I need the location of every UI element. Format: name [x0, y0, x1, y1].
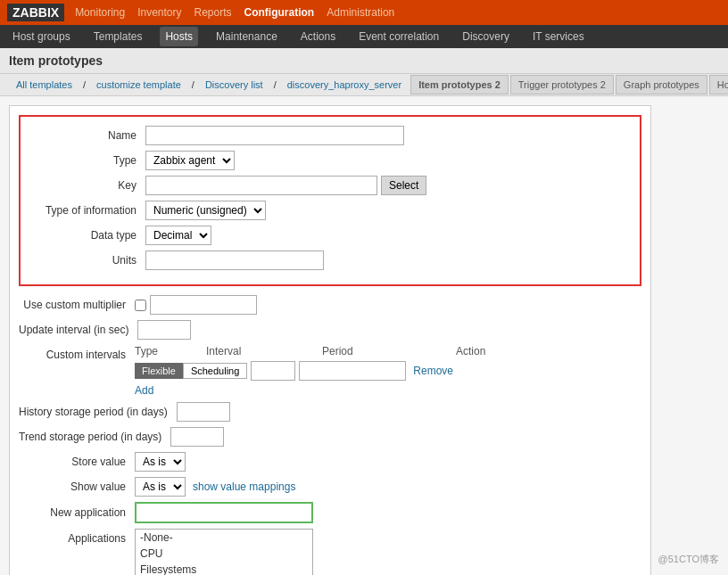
breadcrumb-customize-template[interactable]: customize template — [89, 74, 188, 95]
show-value-row: Show value As is show value mappings — [19, 477, 641, 497]
nav-hosts[interactable]: Hosts — [160, 27, 198, 46]
custom-intervals-field: Type Interval Period Action Flexible Sch… — [135, 345, 641, 397]
custom-multiplier-input[interactable]: 1 — [150, 295, 257, 315]
remove-link[interactable]: Remove — [413, 365, 453, 377]
new-application-label: New application — [19, 506, 135, 519]
nav-host-groups[interactable]: Host groups — [7, 27, 76, 46]
new-application-field — [135, 502, 641, 523]
type-of-info-select[interactable]: Numeric (unsigned) — [145, 201, 266, 220]
app-item-filesystems[interactable]: Filesystems — [136, 562, 312, 575]
type-row: Type Zabbix agent — [29, 151, 631, 170]
key-field: proc.num["{#SERVER}",...,"{#PATH}"] Sele… — [145, 176, 631, 195]
new-application-input[interactable] — [135, 502, 313, 523]
nav-maintenance[interactable]: Maintenance — [211, 27, 283, 46]
page-title: Item prototypes — [0, 48, 728, 74]
header-action: Action — [456, 345, 527, 357]
nav-monitoring[interactable]: Monitoring — [75, 6, 125, 19]
nav-configuration[interactable]: Configuration — [244, 6, 315, 19]
custom-multiplier-row: Use custom multiplier 1 — [19, 295, 641, 315]
data-type-label: Data type — [29, 229, 145, 242]
header-type: Type — [135, 345, 206, 357]
tab-trigger-prototypes[interactable]: Trigger prototypes 2 — [510, 75, 614, 94]
trend-row: Trend storage period (in days) 365 — [19, 427, 641, 447]
interval-row-1: Flexible Scheduling 50 1-7,00:00-24:00 R… — [135, 361, 641, 381]
nav-actions[interactable]: Actions — [295, 27, 341, 46]
add-link[interactable]: Add — [135, 384, 641, 397]
scheduling-button[interactable]: Scheduling — [183, 363, 247, 379]
breadcrumb-discovery-server[interactable]: discovery_haproxy_server — [280, 74, 409, 95]
type-of-info-row: Type of information Numeric (unsigned) — [29, 201, 631, 220]
app-item-none[interactable]: -None- — [136, 530, 312, 546]
applications-list[interactable]: -None- CPU Filesystems General haproxy_s… — [135, 529, 313, 575]
header-interval: Interval — [206, 345, 322, 357]
form-container: Name Haproxy division {#DIVISION} Type Z… — [9, 105, 651, 575]
history-input[interactable]: 90 — [177, 402, 230, 422]
update-interval-input[interactable]: 30 — [137, 320, 191, 340]
custom-multiplier-checkbox[interactable] — [135, 300, 146, 311]
interval-input[interactable]: 50 — [251, 361, 295, 381]
update-interval-row: Update interval (in sec) 30 — [19, 320, 641, 340]
show-value-field: As is show value mappings — [135, 477, 641, 497]
name-input[interactable]: Haproxy division {#DIVISION} — [145, 126, 404, 145]
header-period: Period — [322, 345, 456, 357]
main-content: Name Haproxy division {#DIVISION} Type Z… — [0, 96, 728, 575]
tab-graph-prototypes[interactable]: Graph prototypes — [616, 75, 707, 94]
trend-label: Trend storage period (in days) — [19, 431, 170, 443]
interval-headers: Type Interval Period Action — [135, 345, 641, 357]
key-row: Key proc.num["{#SERVER}",...,"{#PATH}"] … — [29, 176, 631, 195]
history-row: History storage period (in days) 90 — [19, 402, 641, 422]
applications-field: -None- CPU Filesystems General haproxy_s… — [135, 529, 641, 575]
nav-discovery[interactable]: Discovery — [457, 27, 515, 46]
tab-item-prototypes[interactable]: Item prototypes 2 — [410, 75, 509, 94]
store-value-select[interactable]: As is — [135, 452, 186, 472]
breadcrumb-discovery-list[interactable]: Discovery list — [198, 74, 270, 95]
trend-field: 365 — [170, 427, 641, 447]
custom-intervals-row: Custom intervals Type Interval Period Ac… — [19, 345, 641, 397]
data-type-select[interactable]: Decimal — [145, 226, 211, 245]
type-label: Type — [29, 154, 145, 167]
name-label: Name — [29, 129, 145, 142]
applications-row: Applications -None- CPU Filesystems Gene… — [19, 529, 641, 575]
tab-host-prototypes[interactable]: Host prototy — [709, 75, 728, 94]
trend-input[interactable]: 365 — [170, 427, 224, 447]
period-input[interactable]: 1-7,00:00-24:00 — [299, 361, 406, 381]
nav-reports[interactable]: Reports — [194, 6, 232, 19]
history-label: History storage period (in days) — [19, 406, 177, 418]
units-row: Units — [29, 251, 631, 270]
key-label: Key — [29, 179, 145, 192]
watermark: @51CTO博客 — [658, 553, 719, 566]
new-application-row: New application — [19, 502, 641, 523]
app-item-cpu[interactable]: CPU — [136, 546, 312, 562]
units-field — [145, 251, 631, 270]
type-field: Zabbix agent — [145, 151, 631, 170]
update-interval-label: Update interval (in sec) — [19, 324, 137, 336]
nav-inventory[interactable]: Inventory — [137, 6, 181, 19]
custom-multiplier-label: Use custom multiplier — [19, 299, 135, 311]
show-value-mappings-link[interactable]: show value mappings — [193, 481, 295, 493]
update-interval-field: 30 — [137, 320, 641, 340]
breadcrumb-tabs: All templates / customize template / Dis… — [0, 74, 728, 96]
store-value-label: Store value — [19, 456, 135, 468]
flexible-button[interactable]: Flexible — [135, 363, 183, 379]
required-fields-section: Name Haproxy division {#DIVISION} Type Z… — [19, 115, 641, 286]
nav-it-services[interactable]: IT services — [527, 27, 590, 46]
store-value-field: As is — [135, 452, 641, 472]
custom-intervals-label: Custom intervals — [19, 345, 135, 361]
show-value-label: Show value — [19, 481, 135, 493]
breadcrumb-all-templates[interactable]: All templates — [9, 74, 79, 95]
units-input[interactable] — [145, 251, 324, 270]
show-value-select[interactable]: As is — [135, 477, 186, 497]
nav-administration[interactable]: Administration — [327, 6, 394, 19]
name-field: Haproxy division {#DIVISION} — [145, 126, 631, 145]
type-select[interactable]: Zabbix agent — [145, 151, 235, 170]
history-field: 90 — [177, 402, 641, 422]
key-input[interactable]: proc.num["{#SERVER}",...,"{#PATH}"] — [145, 176, 377, 195]
name-row: Name Haproxy division {#DIVISION} — [29, 126, 631, 145]
select-button[interactable]: Select — [381, 176, 426, 195]
nav-event-correlation[interactable]: Event correlation — [353, 27, 444, 46]
data-type-row: Data type Decimal — [29, 226, 631, 245]
zabbix-logo: ZABBIX — [7, 4, 64, 21]
top-navigation: ZABBIX Monitoring Inventory Reports Conf… — [0, 0, 728, 25]
type-of-info-field: Numeric (unsigned) — [145, 201, 631, 220]
nav-templates[interactable]: Templates — [88, 27, 148, 46]
